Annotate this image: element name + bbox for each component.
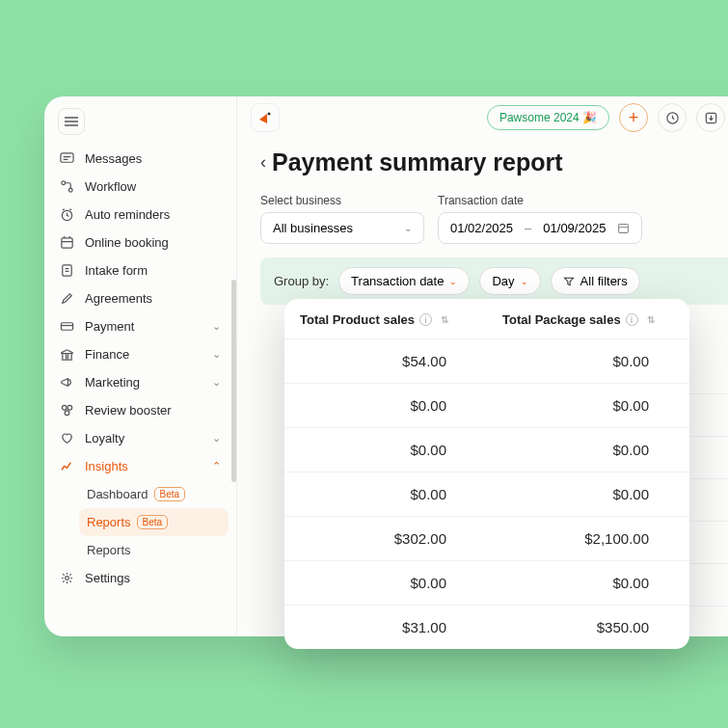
sidebar-item-agreements[interactable]: Agreements xyxy=(52,284,229,312)
sub-item-reports[interactable]: Reports xyxy=(79,536,229,564)
sidebar-item-label: Auto reminders xyxy=(85,207,170,222)
cell-package: $0.00 xyxy=(487,472,689,516)
date-to: 01/09/2025 xyxy=(543,221,606,235)
table-header: Total Product sales i ⇅ Total Package sa… xyxy=(284,299,689,339)
business-value: All businesses xyxy=(273,221,353,235)
group-bar: Group by: Transaction date ⌄ Day ⌄ All f… xyxy=(260,257,728,305)
table-row: $54.00$0.00 xyxy=(284,339,689,384)
group-by-value: Transaction date xyxy=(351,274,444,288)
booking-icon xyxy=(60,235,75,250)
all-filters-button[interactable]: All filters xyxy=(551,267,640,295)
dash: – xyxy=(525,221,531,235)
sidebar-item-insights[interactable]: Insights ⌃ xyxy=(52,452,229,480)
download-icon[interactable] xyxy=(696,103,725,132)
review-icon xyxy=(60,403,75,418)
sidebar-item-label: Loyalty xyxy=(85,431,124,445)
sub-item-label: Reports xyxy=(87,515,131,529)
sidebar-item-marketing[interactable]: Marketing ⌄ xyxy=(52,368,229,396)
table-body: $54.00$0.00$0.00$0.00$0.00$0.00$0.00$0.0… xyxy=(284,339,689,649)
svg-rect-5 xyxy=(63,265,71,276)
sidebar-item-label: Insights xyxy=(85,459,128,473)
filter-icon xyxy=(563,276,575,287)
add-button[interactable]: + xyxy=(619,103,648,132)
history-icon[interactable] xyxy=(658,103,687,132)
cell-product: $302.00 xyxy=(284,517,487,560)
svg-rect-0 xyxy=(61,153,73,162)
filters-row: Select business All businesses ⌄ Transac… xyxy=(260,194,728,244)
group-by-select[interactable]: Transaction date ⌄ xyxy=(338,267,470,295)
col-header-product[interactable]: Total Product sales i ⇅ xyxy=(284,312,487,327)
beta-badge: Beta xyxy=(137,515,169,529)
group-by-label: Group by: xyxy=(274,274,329,288)
svg-point-7 xyxy=(62,405,67,410)
sidebar-item-finance[interactable]: Finance ⌄ xyxy=(52,340,229,368)
pencil-icon xyxy=(60,291,75,306)
sidebar-item-settings[interactable]: Settings xyxy=(52,564,229,592)
cell-package: $2,100.00 xyxy=(487,517,689,560)
cell-product: $31.00 xyxy=(284,606,487,649)
sidebar-item-label: Agreements xyxy=(85,291,152,306)
date-label: Transaction date xyxy=(438,194,642,207)
sidebar-item-loyalty[interactable]: Loyalty ⌄ xyxy=(52,424,229,452)
cell-package: $0.00 xyxy=(487,384,689,427)
sort-icon[interactable]: ⇅ xyxy=(441,314,448,325)
table-row: $0.00$0.00 xyxy=(284,384,689,428)
table-row: $302.00$2,100.00 xyxy=(284,517,689,561)
chevron-up-icon: ⌃ xyxy=(212,460,221,472)
chevron-down-icon: ⌄ xyxy=(212,432,221,445)
logo[interactable] xyxy=(251,103,280,132)
info-icon[interactable]: i xyxy=(626,313,638,326)
chevron-down-icon: ⌄ xyxy=(449,277,457,286)
bank-icon xyxy=(60,347,75,362)
chart-icon xyxy=(60,459,75,473)
svg-point-1 xyxy=(62,181,66,185)
period-select[interactable]: Day ⌄ xyxy=(479,267,540,295)
sub-item-reports-beta[interactable]: Reports Beta xyxy=(79,508,229,536)
content: ‹ Payment summary report Select business… xyxy=(237,139,728,314)
svg-point-8 xyxy=(67,405,72,410)
svg-rect-14 xyxy=(619,224,629,232)
sidebar-item-auto-reminders[interactable]: Auto reminders xyxy=(52,201,229,229)
title-row: ‹ Payment summary report xyxy=(260,148,728,176)
table-row: $0.00$0.00 xyxy=(284,428,689,472)
cell-product: $0.00 xyxy=(284,472,487,516)
date-filter: Transaction date 01/02/2025 – 01/09/2025 xyxy=(438,194,642,244)
page-title: Payment summary report xyxy=(272,148,563,176)
beta-badge: Beta xyxy=(154,487,186,501)
menu-toggle[interactable] xyxy=(58,108,85,135)
svg-point-2 xyxy=(68,188,72,192)
sidebar-item-review-booster[interactable]: Review booster xyxy=(52,396,229,424)
svg-rect-4 xyxy=(62,238,72,248)
business-select[interactable]: All businesses ⌄ xyxy=(260,212,424,244)
sidebar-item-intake-form[interactable]: Intake form xyxy=(52,256,229,284)
sidebar-item-workflow[interactable]: Workflow xyxy=(52,173,229,201)
back-button[interactable]: ‹ xyxy=(260,152,266,173)
svg-point-10 xyxy=(66,577,69,580)
sub-item-label: Dashboard xyxy=(87,487,148,501)
cell-product: $0.00 xyxy=(284,428,487,472)
table-row: $0.00$0.00 xyxy=(284,561,689,606)
heart-icon xyxy=(60,431,75,445)
scrollbar[interactable] xyxy=(231,280,236,482)
svg-point-11 xyxy=(268,113,271,116)
sidebar-item-online-booking[interactable]: Online booking xyxy=(52,229,229,256)
sort-icon[interactable]: ⇅ xyxy=(647,314,655,325)
calendar-icon xyxy=(617,222,630,234)
sidebar-item-label: Review booster xyxy=(85,403,172,418)
chevron-down-icon: ⌄ xyxy=(212,320,221,333)
date-range[interactable]: 01/02/2025 – 01/09/2025 xyxy=(438,212,642,244)
chevron-down-icon: ⌄ xyxy=(521,277,528,286)
cell-product: $0.00 xyxy=(284,384,487,427)
date-from: 01/02/2025 xyxy=(450,221,513,235)
sidebar-item-messages[interactable]: Messages xyxy=(52,145,229,173)
sidebar-item-payment[interactable]: Payment ⌄ xyxy=(52,312,229,340)
sidebar-item-label: Intake form xyxy=(85,263,148,278)
cell-package: $350.00 xyxy=(487,606,689,649)
cell-package: $0.00 xyxy=(487,339,689,383)
col-header-package[interactable]: Total Package sales i ⇅ xyxy=(487,312,689,327)
svg-rect-6 xyxy=(61,323,72,331)
promo-pill[interactable]: Pawsome 2024 🎉 xyxy=(487,105,609,130)
sub-item-dashboard[interactable]: Dashboard Beta xyxy=(79,480,229,508)
info-icon[interactable]: i xyxy=(419,313,432,326)
sidebar-item-label: Messages xyxy=(85,151,142,166)
